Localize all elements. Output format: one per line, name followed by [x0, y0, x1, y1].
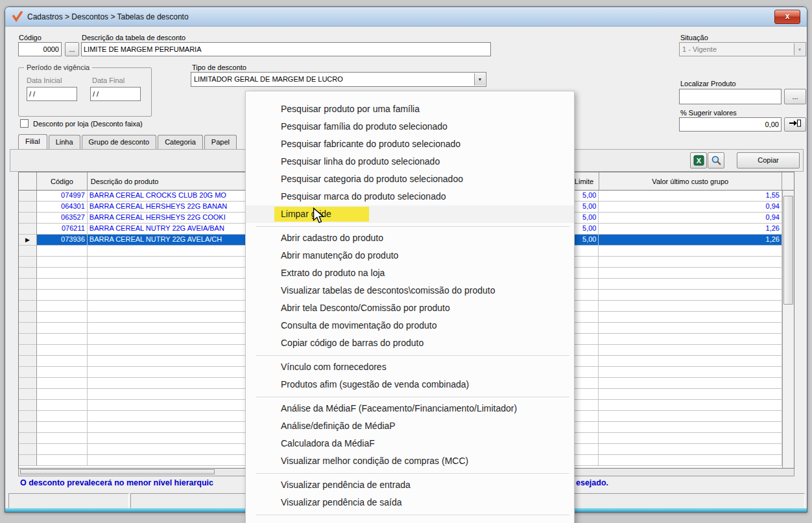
- context-menu: Pesquisar produto por uma famíliaPesquis…: [245, 91, 575, 523]
- cell-codigo: [37, 367, 88, 378]
- situacao-select[interactable]: 1 - Vigente ▼: [679, 42, 806, 56]
- horizontal-scrollbar-thumb[interactable]: [20, 469, 215, 474]
- cell-valor: [599, 433, 782, 444]
- tab-categoria[interactable]: Categoria: [158, 135, 203, 149]
- menu-item-consulta-de-movimentacao-do-produto[interactable]: Consulta de movimentação do produto: [246, 317, 574, 334]
- copiar-button[interactable]: Copiar: [737, 152, 800, 169]
- cell-valor: [599, 290, 782, 301]
- title-bar[interactable]: Cadastros > Descontos > Tabelas de desco…: [5, 7, 807, 27]
- cell-indicator: [19, 422, 37, 433]
- grid-header-scroll-gap: [782, 172, 794, 191]
- cell-codigo: 076211: [37, 224, 88, 235]
- cell-valor: [599, 455, 782, 466]
- cell-codigo: [37, 279, 88, 290]
- menu-item-vinculo-com-fornecedores[interactable]: Vínculo com fornecedores: [246, 358, 574, 376]
- menu-separator: [256, 473, 569, 474]
- cell-valor: [599, 257, 782, 268]
- localizar-produto-label: Localizar Produto: [680, 80, 736, 87]
- menu-item-pesquisar-categoria-do-produto-seleciona[interactable]: Pesquisar categoria do produto seleciona…: [246, 170, 574, 188]
- menu-item-pesquisar-fabricante-do-produto-selecion[interactable]: Pesquisar fabricante do produto selecion…: [246, 135, 574, 153]
- cell-indicator: [19, 323, 37, 334]
- cell-valor: [599, 268, 782, 279]
- cell-codigo: [37, 257, 88, 268]
- tipo-desconto-select[interactable]: LIMITADOR GERAL DE MARGEM DE LUCRO ▼: [191, 72, 486, 87]
- menu-item-extrato-do-produto-na-loja[interactable]: Extrato do produto na loja: [246, 264, 574, 282]
- status-bar-panel-1: [8, 493, 129, 509]
- cell-codigo: [37, 334, 88, 345]
- menu-item-abrir-manutencao-do-produto[interactable]: Abrir manutenção do produto: [246, 247, 574, 264]
- tab-grupo-de-desconto[interactable]: Grupo de desconto: [82, 135, 157, 149]
- menu-item-produtos-afim-sugestao-de-venda-combinad[interactable]: Produtos afim (sugestão de venda combina…: [246, 376, 574, 393]
- menu-item-limpar-gride[interactable]: Limpar gride: [246, 205, 574, 223]
- cell-codigo: [37, 444, 88, 455]
- data-inicial-label: Data Inicial: [27, 76, 62, 84]
- grid-header-indicator: [19, 172, 37, 191]
- localizar-browse-button[interactable]: ...: [784, 89, 806, 104]
- cell-valor: [599, 444, 782, 455]
- menu-separator: [256, 397, 569, 397]
- menu-item-pesquisar-linha-do-produto-selecionado[interactable]: Pesquisar linha do produto selecionado: [246, 153, 574, 170]
- apply-values-button[interactable]: [784, 117, 806, 132]
- cell-codigo: [37, 411, 88, 422]
- cell-valor: 0,94: [599, 213, 782, 224]
- cell-codigo: [37, 312, 88, 323]
- app-logo-icon: [12, 11, 23, 23]
- menu-item-visualizar-melhor-condicao-de-compras-mc[interactable]: Visualizar melhor condição de compras (M…: [246, 452, 574, 470]
- tab-linha[interactable]: Linha: [49, 135, 80, 149]
- cell-codigo: [37, 433, 88, 444]
- magnifier-icon: [711, 155, 722, 166]
- periodo-vigencia-group: Período de vigência Data Inicial / / Dat…: [18, 67, 152, 117]
- menu-item-visualizar-pendencia-de-saida[interactable]: Visualizar pendência de saída: [246, 494, 574, 511]
- menu-item-abrir-tela-desconto-comissao-por-produto[interactable]: Abrir tela Desconto/Comissão por produto: [246, 299, 574, 317]
- cell-indicator: [19, 246, 37, 257]
- localizar-produto-input[interactable]: [679, 89, 782, 104]
- data-inicial-input[interactable]: / /: [27, 87, 77, 101]
- chevron-down-icon: ▼: [794, 43, 805, 55]
- tab-filial[interactable]: Filial: [18, 134, 47, 150]
- descricao-input[interactable]: LIMITE DE MARGEM PERFUMARIA: [81, 42, 491, 56]
- data-final-input[interactable]: / /: [90, 87, 141, 101]
- cell-indicator: [19, 202, 37, 213]
- menu-item-visualizar-tabelas-de-descontos-comissao[interactable]: Visualizar tabelas de descontos\comissão…: [246, 282, 574, 299]
- vertical-scrollbar-thumb[interactable]: [783, 196, 793, 305]
- menu-item-analise-definicao-de-mediap[interactable]: Análise/definição de MédiaP: [246, 417, 574, 435]
- cell-indicator: [19, 444, 37, 455]
- menu-item-analise-da-mediaf-faceamento-financiamen[interactable]: Análise da MédiaF (Faceamento/Financiame…: [246, 400, 574, 417]
- grid-header-codigo[interactable]: Código: [37, 172, 88, 191]
- cell-valor: [599, 246, 782, 257]
- codigo-browse-button[interactable]: ...: [65, 42, 79, 56]
- cell-valor: [599, 323, 782, 334]
- svg-text:X: X: [696, 157, 701, 165]
- descricao-label: Descrição da tabela de desconto: [82, 34, 185, 41]
- menu-item-pesquisar-marca-do-produto-selecionado[interactable]: Pesquisar marca do produto selecionado: [246, 188, 574, 205]
- menu-item-copiar-codigo-de-barras-do-produto[interactable]: Copiar código de barras do produto: [246, 334, 574, 352]
- menu-item-pesquisar-familia-do-produto-selecionado[interactable]: Pesquisar família do produto selecionado: [246, 118, 574, 135]
- cell-indicator: [19, 312, 37, 323]
- cell-valor: [599, 367, 782, 378]
- close-button[interactable]: x: [774, 10, 800, 24]
- cell-valor: 0,94: [599, 202, 782, 213]
- vertical-scrollbar[interactable]: [782, 191, 794, 468]
- sugerir-valores-input[interactable]: 0,00: [679, 117, 782, 132]
- menu-item-abrir-cadastro-do-produto[interactable]: Abrir cadastro do produto: [246, 229, 574, 247]
- row-indicator-icon: ▶: [19, 235, 37, 246]
- mouse-cursor: [311, 207, 326, 224]
- hierarchy-message-right: esejado.: [576, 478, 608, 487]
- excel-icon: X: [693, 155, 704, 166]
- cell-codigo: [37, 345, 88, 356]
- menu-item-pesquisar-produto-por-uma-familia[interactable]: Pesquisar produto por uma família: [246, 100, 574, 118]
- periodo-legend: Período de vigência: [24, 64, 92, 71]
- menu-item-calculadora-da-mediaf[interactable]: Calculadora da MédiaF: [246, 435, 574, 452]
- cell-valor: [599, 312, 782, 323]
- tab-papel[interactable]: Papel: [204, 135, 237, 149]
- grid-header-valor[interactable]: Valor último custo grupo: [599, 172, 783, 191]
- menu-item-visualizar-pendencia-de-entrada[interactable]: Visualizar pendência de entrada: [246, 476, 574, 494]
- codigo-input[interactable]: 0000: [18, 42, 62, 56]
- export-excel-button[interactable]: X: [690, 152, 707, 169]
- cell-valor: [599, 378, 782, 389]
- cell-valor: [599, 400, 782, 411]
- desconto-por-loja-checkbox[interactable]: [20, 119, 29, 128]
- cell-valor: [599, 345, 782, 356]
- menu-separator: [256, 355, 569, 356]
- search-grid-button[interactable]: [708, 152, 724, 169]
